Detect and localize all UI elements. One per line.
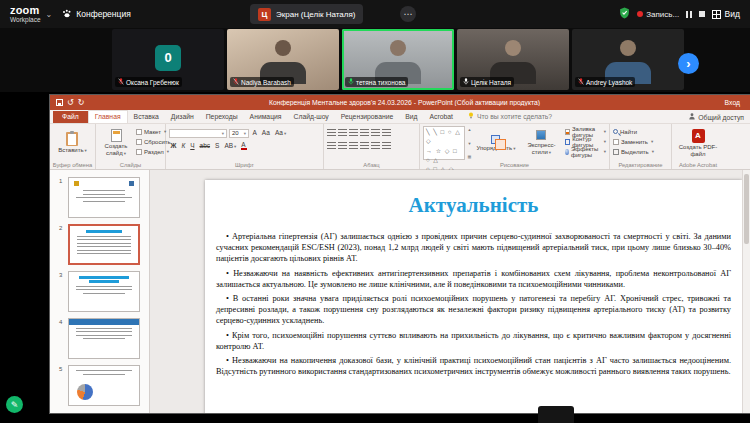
sign-in-button[interactable]: Вход (725, 99, 740, 106)
increase-indent-button[interactable] (360, 129, 369, 137)
participant-tile-3-active-speaker[interactable]: тетяна тихонова (342, 29, 454, 90)
text-direction-button[interactable] (382, 129, 391, 137)
participant-tile-5[interactable]: Andrey Lyashok (572, 29, 684, 90)
pause-recording-button[interactable] (686, 11, 692, 18)
font-size-combo[interactable]: 20 (229, 129, 249, 138)
bullets-button[interactable] (327, 129, 336, 137)
active-share-pill[interactable]: Ц Экран (Целік Наталя) (250, 4, 363, 24)
thumb-decor (83, 338, 125, 339)
thumb-decor (77, 246, 131, 247)
thumb-pie-chart (77, 384, 93, 400)
participant-tile-1[interactable]: 0 Оксана Гребенюк (112, 29, 224, 90)
scrollbar-thumb[interactable] (744, 174, 749, 244)
tab-animations[interactable]: Анимация (244, 111, 288, 123)
slide-thumb-item-5[interactable]: 5 (59, 365, 143, 406)
create-pdf-button[interactable]: A Создать PDF-файл (676, 126, 720, 160)
new-slide-button[interactable]: Создать слайд (99, 126, 133, 160)
decrease-indent-button[interactable] (349, 129, 358, 137)
shapes-gallery-scroll[interactable]: ▲▼▦ (468, 126, 472, 160)
text-shadow-button[interactable]: S (214, 143, 221, 150)
slide-thumb-item-2-selected[interactable]: 2 (59, 224, 143, 265)
select-button[interactable]: Выделить (613, 147, 654, 156)
arrange-button[interactable]: Упорядочить (474, 126, 517, 160)
tab-review[interactable]: Рецензирование (335, 111, 399, 123)
stop-recording-button[interactable] (699, 11, 705, 17)
tab-insert[interactable]: Вставка (128, 111, 165, 123)
slide-thumbnail[interactable] (68, 318, 140, 359)
tab-view[interactable]: Вид (399, 111, 423, 123)
chevron-down-icon[interactable]: ⌄ (46, 10, 53, 19)
layout-label: Макет (144, 129, 161, 135)
italic-button[interactable]: К (180, 143, 187, 150)
character-spacing-button[interactable]: АВ (223, 143, 238, 150)
strikethrough-button[interactable]: abc (198, 143, 211, 150)
increase-font-button[interactable]: А (251, 130, 258, 137)
tell-me-box[interactable]: Что вы хотите сделать? (468, 112, 552, 123)
numbering-button[interactable] (338, 129, 347, 137)
tab-home[interactable]: Главная (88, 110, 128, 123)
font-color-button[interactable]: А (240, 142, 247, 151)
video-thumbnails: 0 Оксана Гребенюк Nadiya Barabash (112, 29, 684, 90)
undo-icon[interactable]: ↺ (67, 99, 74, 107)
group-label: Буфер обмена (50, 162, 95, 168)
font-name-combo[interactable] (169, 129, 227, 138)
view-button[interactable]: Вид (712, 9, 740, 19)
slide-bullet: Крім того, психоемоційні порушення суттє… (216, 330, 731, 352)
participant-tile-2[interactable]: Nadiya Barabash (227, 29, 339, 90)
ppt-body: 1 2 (50, 170, 750, 413)
columns-button[interactable] (371, 142, 380, 150)
tab-design[interactable]: Дизайн (165, 111, 200, 123)
align-right-button[interactable] (349, 142, 358, 150)
smartart-convert-button[interactable] (382, 142, 391, 150)
quick-styles-button[interactable]: Экспресс-стили (520, 126, 562, 160)
tab-file[interactable]: Файл (53, 111, 88, 123)
editor-scrollbar[interactable] (742, 170, 750, 413)
tab-meeting[interactable]: Конференция (62, 9, 130, 20)
paste-button[interactable]: Вставить (56, 126, 89, 160)
thumb-decor (69, 319, 139, 325)
thumb-decor (89, 280, 119, 283)
slide-thumb-item-3[interactable]: 3 (59, 271, 143, 312)
redo-icon[interactable]: ↻ (78, 99, 85, 107)
participant-tile-4[interactable]: Целік Наталя (457, 29, 569, 90)
next-participants-button[interactable]: › (678, 53, 699, 74)
slide-thumbnail[interactable] (68, 271, 140, 312)
shapes-gallery[interactable]: ╲ ╲ □ ○ △ ◇ → ☆ ◇ □ ○ △ ○ □ △ ◇ ☆ → (423, 126, 465, 160)
replace-button[interactable]: Заменить (613, 137, 654, 146)
shape-effects-button[interactable]: Эффекты фигуры (565, 147, 606, 156)
current-slide-canvas[interactable]: Актуальність Артеріальна гіпертензія (АГ… (205, 180, 742, 413)
shape-row[interactable]: ╲ ╲ □ ○ △ ◇ (426, 128, 462, 147)
slide-thumbnail[interactable] (68, 365, 140, 406)
shape-effects-label: Эффекты фигуры (571, 146, 601, 158)
more-options-button[interactable]: ⋯ (400, 6, 416, 22)
slide-thumb-item-1[interactable]: 1 (59, 177, 143, 218)
thumb-decor (77, 250, 131, 251)
slide-number: 1 (59, 177, 65, 218)
align-center-button[interactable] (338, 142, 347, 150)
participant-name-tag: Оксана Гребенюк (115, 77, 182, 87)
tab-acrobat[interactable]: Acrobat (424, 111, 459, 123)
change-case-button[interactable]: Аа (273, 130, 287, 137)
tab-transitions[interactable]: Переходы (200, 111, 244, 123)
line-spacing-button[interactable] (371, 129, 380, 137)
underline-button[interactable]: Ч (189, 143, 196, 150)
find-button[interactable]: Найти (613, 127, 654, 136)
align-left-button[interactable] (327, 142, 336, 150)
save-icon[interactable] (56, 99, 63, 106)
security-shield-icon[interactable] (619, 5, 630, 23)
screen-share-toolbar-peek[interactable] (538, 406, 574, 423)
slide-thumbnail[interactable] (68, 177, 140, 218)
thumb-decor (77, 239, 131, 240)
tab-slideshow[interactable]: Слайд-шоу (288, 111, 335, 123)
decrease-font-button[interactable]: Аа (260, 130, 271, 137)
slide-body-text[interactable]: Артеріальна гіпертензія (АГ) залишається… (216, 231, 731, 377)
justify-button[interactable] (360, 142, 369, 150)
slide-title[interactable]: Актуальність (205, 193, 742, 218)
share-document-button[interactable]: Общий доступ (689, 113, 744, 121)
slide-thumb-item-4[interactable]: 4 (59, 318, 143, 359)
slide-thumbnail-selected[interactable] (68, 224, 140, 265)
annotate-pencil-button[interactable]: ✎ (6, 396, 23, 413)
bold-button[interactable]: Ж (169, 143, 178, 150)
replace-icon (613, 139, 619, 145)
quick-styles-label: Экспресс-стили (522, 142, 560, 156)
